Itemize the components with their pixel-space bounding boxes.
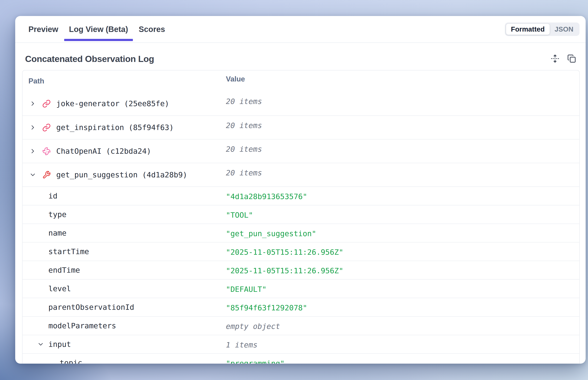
field-key: input — [48, 340, 71, 349]
table-row[interactable]: type"TOOL" — [22, 205, 579, 224]
link-icon — [42, 123, 51, 132]
link-icon — [42, 99, 51, 108]
table-header-row: Path Value — [22, 70, 579, 92]
string-value: "get_pun_suggestion" — [226, 229, 316, 238]
tab-scores[interactable]: Scores — [133, 16, 170, 42]
path-cell: joke-generator (25ee85fe) — [22, 92, 226, 115]
chevron-right-icon[interactable] — [29, 100, 36, 107]
observation-label: joke-generator (25ee85fe) — [56, 99, 169, 108]
log-table: Path Value joke-generator (25ee85fe)20 i… — [22, 70, 580, 364]
unfold-vertical-icon — [551, 54, 559, 64]
column-header-path: Path — [22, 70, 226, 92]
path-cell: ChatOpenAI (c12bda24) — [22, 139, 226, 163]
observation-label: get_inspiration (85f94f63) — [56, 123, 174, 132]
header-actions — [550, 54, 577, 64]
value-cell: "85f94f63f1292078" — [226, 298, 579, 316]
wrench-icon — [42, 171, 51, 179]
log-title: Concatenated Observation Log — [25, 54, 154, 64]
field-key: startTime — [48, 247, 89, 256]
field-key: parentObservationId — [48, 303, 134, 312]
meta-value: 20 items — [226, 121, 262, 130]
string-value: "DEFAULT" — [226, 285, 266, 294]
value-cell: 20 items — [226, 116, 579, 139]
table-row[interactable]: endTime"2025-11-05T15:11:26.956Z" — [22, 261, 579, 279]
toggle-formatted[interactable]: Formatted — [506, 24, 550, 35]
table-row[interactable]: topic"programming" — [22, 353, 579, 364]
table-row[interactable]: modelParametersempty object — [22, 316, 579, 335]
fan-icon — [42, 147, 51, 155]
desktop-background: { "accent_color": "#5a4ee0", "tabs": [ {… — [0, 0, 588, 380]
value-cell: "2025-11-05T15:11:26.956Z" — [226, 261, 579, 279]
table-row[interactable]: level"DEFAULT" — [22, 279, 579, 298]
observation-label: ChatOpenAI (c12bda24) — [56, 147, 151, 155]
table-row[interactable]: get_inspiration (85f94f63)20 items — [22, 115, 579, 139]
field-key: name — [48, 229, 66, 237]
path-cell: input — [22, 335, 226, 353]
path-cell: level — [22, 280, 226, 298]
value-cell: 20 items — [226, 139, 579, 163]
path-cell: parentObservationId — [22, 298, 226, 316]
chevron-down-icon[interactable] — [29, 171, 36, 178]
meta-value: 20 items — [226, 97, 262, 106]
table-row[interactable]: startTime"2025-11-05T15:11:26.956Z" — [22, 242, 579, 261]
chevron-right-icon[interactable] — [29, 124, 36, 131]
table-row[interactable]: ChatOpenAI (c12bda24)20 items — [22, 139, 579, 163]
value-cell: 20 items — [226, 163, 579, 187]
tabs-bar: Preview Log View (Beta) Scores Formatted… — [15, 16, 586, 43]
path-cell: modelParameters — [22, 317, 226, 335]
table-row[interactable]: name"get_pun_suggestion" — [22, 224, 579, 242]
value-cell: "2025-11-05T15:11:26.956Z" — [226, 243, 579, 261]
path-cell: topic — [22, 354, 226, 364]
path-cell: type — [22, 205, 226, 224]
table-body: joke-generator (25ee85fe)20 itemsget_ins… — [22, 92, 579, 364]
column-header-value: Value — [226, 70, 579, 92]
table-row[interactable]: get_pun_suggestion (4d1a28b9)20 items — [22, 163, 579, 187]
tab-log-view[interactable]: Log View (Beta) — [63, 16, 133, 42]
value-cell: "TOOL" — [226, 205, 579, 224]
meta-value: 20 items — [226, 145, 262, 153]
chevron-right-icon[interactable] — [29, 148, 36, 155]
chevron-down-icon[interactable] — [37, 341, 44, 348]
table-row[interactable]: parentObservationId"85f94f63f1292078" — [22, 298, 579, 316]
field-key: id — [48, 191, 58, 200]
field-key: topic — [60, 359, 82, 364]
tab-preview[interactable]: Preview — [23, 16, 63, 42]
path-cell: startTime — [22, 243, 226, 261]
value-cell: "get_pun_suggestion" — [226, 224, 579, 242]
value-cell: "programming" — [226, 354, 579, 364]
copy-icon — [567, 54, 576, 64]
path-cell: endTime — [22, 261, 226, 279]
section-header: Concatenated Observation Log — [15, 54, 586, 64]
field-key: modelParameters — [48, 322, 116, 330]
table-row[interactable]: input1 items — [22, 335, 579, 353]
field-key: type — [48, 210, 66, 219]
string-value: "4d1a28b913653576" — [226, 192, 307, 201]
copy-button[interactable] — [567, 54, 577, 64]
value-cell: "DEFAULT" — [226, 280, 579, 298]
value-cell: 1 items — [226, 335, 579, 353]
path-cell: get_inspiration (85f94f63) — [22, 116, 226, 139]
value-cell: empty object — [226, 317, 579, 335]
value-cell: 20 items — [226, 92, 579, 115]
path-cell: get_pun_suggestion (4d1a28b9) — [22, 163, 226, 187]
path-cell: id — [22, 187, 226, 205]
tab-list: Preview Log View (Beta) Scores — [23, 16, 170, 42]
toggle-json[interactable]: JSON — [550, 24, 578, 35]
table-row[interactable]: joke-generator (25ee85fe)20 items — [22, 92, 579, 115]
string-value: "TOOL" — [226, 211, 253, 219]
observation-label: get_pun_suggestion (4d1a28b9) — [56, 171, 187, 179]
path-cell: name — [22, 224, 226, 242]
table-row[interactable]: id"4d1a28b913653576" — [22, 187, 579, 205]
meta-value: 1 items — [226, 341, 258, 349]
field-key: level — [48, 284, 71, 293]
string-value: "85f94f63f1292078" — [226, 304, 307, 312]
format-toggle: Formatted JSON — [505, 22, 580, 36]
value-cell: "4d1a28b913653576" — [226, 187, 579, 205]
trace-log-card: Preview Log View (Beta) Scores Formatted… — [15, 16, 586, 364]
string-value: "programming" — [226, 359, 284, 364]
string-value: "2025-11-05T15:11:26.956Z" — [226, 266, 343, 275]
unfold-vertical-button[interactable] — [550, 54, 560, 64]
field-key: endTime — [48, 266, 80, 274]
meta-value: empty object — [226, 322, 280, 331]
string-value: "2025-11-05T15:11:26.956Z" — [226, 248, 343, 256]
